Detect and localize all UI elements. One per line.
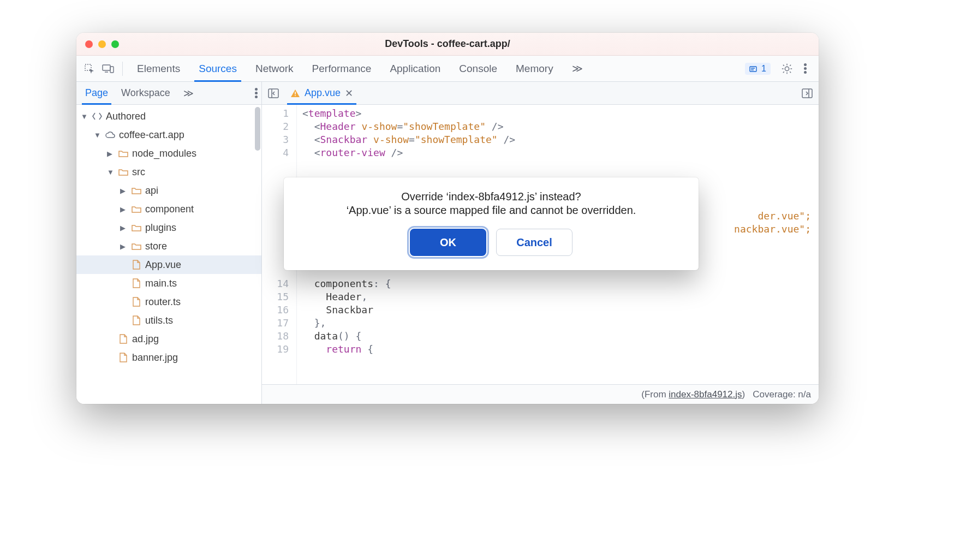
dialog-title: Override ‘index-8bfa4912.js’ instead?	[299, 190, 683, 203]
tab-memory[interactable]: Memory	[508, 56, 561, 81]
tree-file[interactable]: main.ts	[76, 274, 261, 293]
folder-icon	[131, 241, 142, 252]
scrollbar-thumb[interactable]	[255, 107, 260, 151]
tree-label: main.ts	[145, 278, 177, 289]
issues-badge[interactable]: 1	[745, 63, 771, 75]
warning-icon	[290, 88, 300, 98]
tree-folder[interactable]: ▶component	[76, 200, 261, 218]
tab-elements[interactable]: Elements	[129, 56, 188, 81]
tree-file[interactable]: banner.jpg	[76, 348, 261, 367]
file-tabs: App.vue ✕	[262, 82, 819, 105]
file-icon	[131, 259, 142, 270]
folder-icon	[131, 185, 142, 196]
window-title: DevTools - coffee-cart.app/	[76, 38, 819, 50]
svg-rect-9	[295, 92, 296, 94]
tree-file[interactable]: router.ts	[76, 293, 261, 311]
tab-performance[interactable]: Performance	[305, 56, 379, 81]
tree-label: ad.jpg	[132, 333, 159, 345]
tab-network[interactable]: Network	[248, 56, 301, 81]
svg-rect-1	[103, 65, 110, 70]
tree-label: plugins	[145, 222, 176, 234]
sidebar-tab-workspace[interactable]: Workspace	[116, 82, 176, 104]
tree-folder[interactable]: ▶api	[76, 181, 261, 200]
sidebar-tab-page[interactable]: Page	[80, 82, 114, 104]
folder-icon	[131, 204, 142, 215]
tree-folder[interactable]: ▶store	[76, 237, 261, 255]
tree-file-appvue[interactable]: App.vue	[76, 255, 261, 274]
dialog-message: ‘App.vue’ is a source mapped file and ca…	[299, 204, 683, 217]
folder-icon	[118, 166, 129, 177]
tree-label: router.ts	[145, 296, 181, 308]
separator	[122, 62, 123, 76]
tree-label: utils.ts	[145, 315, 173, 326]
folder-icon	[118, 148, 129, 159]
svg-rect-10	[295, 95, 296, 96]
cancel-button[interactable]: Cancel	[496, 229, 573, 256]
tab-application[interactable]: Application	[382, 56, 448, 81]
issues-count: 1	[761, 64, 766, 74]
navigator-sidebar: Page Workspace ≫ ▼ Authored ▼ coffee-car…	[76, 82, 262, 404]
folder-icon	[131, 222, 142, 233]
tree-label: coffee-cart.app	[119, 129, 184, 141]
tree-authored[interactable]: ▼ Authored	[76, 107, 261, 126]
svg-rect-3	[110, 67, 114, 73]
tab-console[interactable]: Console	[451, 56, 505, 81]
tree-label: api	[145, 185, 158, 196]
file-tab-label: App.vue	[305, 87, 341, 99]
override-dialog: Override ‘index-8bfa4912.js’ instead? ‘A…	[284, 177, 699, 270]
brackets-icon	[92, 111, 103, 122]
file-icon	[118, 333, 129, 344]
tree-folder-src[interactable]: ▼ src	[76, 163, 261, 181]
file-icon	[118, 352, 129, 363]
svg-rect-4	[750, 67, 756, 72]
tree-label: store	[145, 241, 167, 252]
file-icon	[131, 315, 142, 326]
tree-label: Authored	[106, 111, 146, 122]
file-icon	[131, 296, 142, 307]
tree-label: banner.jpg	[132, 352, 178, 364]
close-tab-icon[interactable]: ✕	[345, 87, 353, 99]
file-icon	[131, 278, 142, 289]
tree-folder[interactable]: ▶plugins	[76, 218, 261, 237]
tree-label: node_modules	[132, 148, 196, 159]
tree-label: src	[132, 166, 145, 178]
cloud-icon	[105, 129, 116, 140]
file-tree: ▼ Authored ▼ coffee-cart.app ▶ node_modu…	[76, 105, 261, 404]
file-tab-appvue[interactable]: App.vue ✕	[285, 82, 359, 104]
devtools-window: DevTools - coffee-cart.app/ Elements Sou…	[76, 33, 819, 404]
tree-file[interactable]: utils.ts	[76, 311, 261, 330]
sidebar-more-icon[interactable]	[255, 87, 258, 99]
more-menu-icon[interactable]	[798, 61, 813, 76]
tree-domain[interactable]: ▼ coffee-cart.app	[76, 126, 261, 144]
settings-gear-icon[interactable]	[779, 61, 795, 76]
tree-label: App.vue	[145, 259, 181, 271]
tree-folder[interactable]: ▶ node_modules	[76, 144, 261, 163]
sidebar-tabs: Page Workspace ≫	[76, 82, 261, 105]
tab-sources[interactable]: Sources	[191, 56, 244, 81]
editor-statusbar: (From index-8bfa4912.js) Coverage: n/a	[262, 384, 819, 404]
coverage-label: Coverage: n/a	[753, 389, 811, 400]
tabs-overflow[interactable]: ≫	[564, 56, 591, 81]
ok-button[interactable]: OK	[410, 229, 486, 256]
device-toolbar-icon[interactable]	[100, 61, 116, 76]
tree-file[interactable]: ad.jpg	[76, 330, 261, 348]
toggle-debugger-icon[interactable]	[800, 86, 814, 100]
source-from: (From index-8bfa4912.js)	[641, 389, 745, 400]
sourcemap-link[interactable]: index-8bfa4912.js	[669, 389, 742, 400]
tree-label: component	[145, 204, 194, 215]
inspect-element-icon[interactable]	[82, 61, 97, 76]
titlebar: DevTools - coffee-cart.app/	[76, 33, 819, 56]
sidebar-tabs-overflow[interactable]: ≫	[178, 82, 199, 104]
toggle-navigator-icon[interactable]	[266, 86, 281, 100]
main-toolbar: Elements Sources Network Performance App…	[76, 56, 819, 82]
